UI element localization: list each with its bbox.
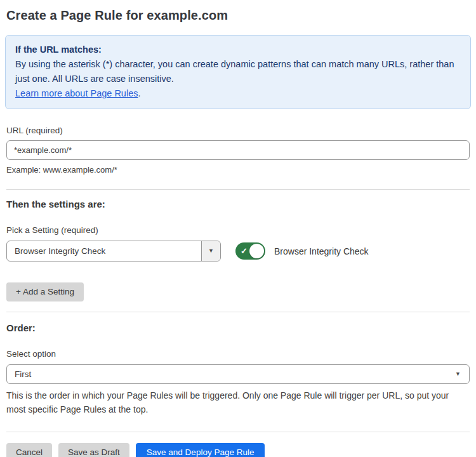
setting-select-arrow-button[interactable]: ▼ <box>201 241 220 261</box>
setting-select-value: Browser Integrity Check <box>7 241 201 261</box>
chevron-down-icon: ▼ <box>208 248 214 254</box>
page-rule-form: Create a Page Rule for example.com If th… <box>0 8 476 457</box>
add-setting-button[interactable]: + Add a Setting <box>6 282 84 301</box>
url-example-helper: Example: www.example.com/* <box>6 165 470 175</box>
setting-select[interactable]: Browser Integrity Check ▼ <box>6 241 221 262</box>
order-select-label: Select option <box>6 349 470 359</box>
footer-actions: Cancel Save as Draft Save and Deploy Pag… <box>6 443 470 457</box>
check-icon: ✓ <box>241 246 248 256</box>
cancel-button[interactable]: Cancel <box>6 443 52 457</box>
order-section-heading: Order: <box>6 322 470 333</box>
setting-toggle-group: ✓ Browser Integrity Check <box>235 242 369 260</box>
save-draft-button[interactable]: Save as Draft <box>58 443 129 457</box>
settings-section-heading: Then the settings are: <box>6 199 470 209</box>
divider <box>6 432 470 432</box>
browser-integrity-toggle[interactable]: ✓ <box>235 242 265 260</box>
link-suffix: . <box>138 88 140 98</box>
page-title: Create a Page Rule for example.com <box>6 8 470 23</box>
save-deploy-button[interactable]: Save and Deploy Page Rule <box>136 443 265 457</box>
order-row: First ▼ <box>6 364 470 384</box>
learn-more-link[interactable]: Learn more about Page Rules <box>15 88 138 98</box>
pick-setting-label: Pick a Setting (required) <box>6 225 470 235</box>
info-box-link-line: Learn more about Page Rules. <box>15 86 461 101</box>
order-select-value: First <box>7 365 455 383</box>
toggle-label: Browser Integrity Check <box>274 246 369 256</box>
info-box-heading: If the URL matches: <box>15 43 461 57</box>
order-select[interactable]: First ▼ <box>6 364 470 384</box>
info-box-body: By using the asterisk (*) character, you… <box>15 57 461 86</box>
order-helper-text: This is the order in which your Page Rul… <box>6 388 470 416</box>
divider <box>6 189 470 190</box>
order-select-arrow: ▼ <box>455 365 469 383</box>
setting-row: Browser Integrity Check ▼ ✓ Browser Inte… <box>6 241 470 262</box>
divider <box>6 312 470 312</box>
toggle-knob <box>249 244 264 258</box>
url-field-label: URL (required) <box>6 126 470 135</box>
chevron-down-icon: ▼ <box>455 371 461 377</box>
url-input[interactable] <box>6 140 470 160</box>
url-match-info-box: If the URL matches: By using the asteris… <box>5 35 471 109</box>
